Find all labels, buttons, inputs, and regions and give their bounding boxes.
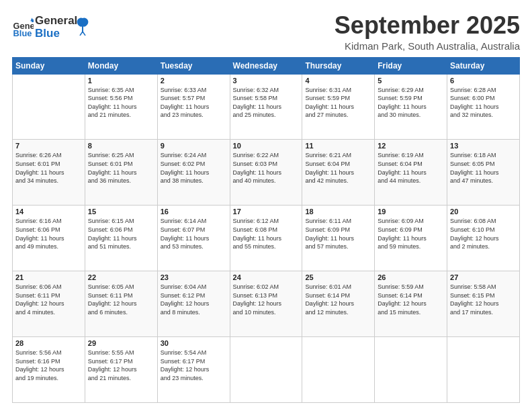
- table-row: 5Sunrise: 6:29 AM Sunset: 5:59 PM Daylig…: [375, 74, 447, 140]
- table-row: 21Sunrise: 6:06 AM Sunset: 6:11 PM Dayli…: [13, 271, 85, 337]
- table-row: 19Sunrise: 6:09 AM Sunset: 6:09 PM Dayli…: [375, 205, 447, 271]
- page: General Blue General Blue September 2025…: [0, 0, 532, 411]
- table-row: [13, 74, 85, 140]
- day-number: 4: [305, 77, 371, 85]
- table-row: 14Sunrise: 6:16 AM Sunset: 6:06 PM Dayli…: [13, 205, 85, 271]
- col-saturday: Saturday: [447, 57, 520, 74]
- day-info: Sunrise: 5:55 AM Sunset: 6:17 PM Dayligh…: [88, 349, 154, 382]
- day-number: 14: [15, 208, 82, 216]
- logo-bird-icon: [76, 17, 89, 36]
- table-row: 26Sunrise: 5:59 AM Sunset: 6:14 PM Dayli…: [375, 271, 447, 337]
- table-row: 22Sunrise: 6:05 AM Sunset: 6:11 PM Dayli…: [85, 271, 157, 337]
- table-row: 24Sunrise: 6:02 AM Sunset: 6:13 PM Dayli…: [230, 271, 302, 337]
- logo: General Blue General Blue: [12, 15, 89, 40]
- day-number: 1: [88, 77, 154, 85]
- table-row: 25Sunrise: 6:01 AM Sunset: 6:14 PM Dayli…: [302, 271, 375, 337]
- day-number: 5: [378, 77, 444, 85]
- logo-icon: General Blue: [12, 17, 34, 38]
- day-info: Sunrise: 6:11 AM Sunset: 6:09 PM Dayligh…: [305, 217, 371, 250]
- day-number: 19: [378, 208, 444, 216]
- day-info: Sunrise: 6:28 AM Sunset: 6:00 PM Dayligh…: [450, 86, 517, 120]
- table-row: 17Sunrise: 6:12 AM Sunset: 6:08 PM Dayli…: [230, 205, 302, 271]
- day-info: Sunrise: 6:12 AM Sunset: 6:08 PM Dayligh…: [233, 217, 300, 250]
- table-row: 7Sunrise: 6:26 AM Sunset: 6:01 PM Daylig…: [13, 140, 85, 205]
- day-number: 13: [450, 142, 517, 150]
- day-number: 6: [450, 77, 517, 85]
- table-row: 6Sunrise: 6:28 AM Sunset: 6:00 PM Daylig…: [447, 74, 520, 140]
- table-row: 4Sunrise: 6:31 AM Sunset: 5:59 PM Daylig…: [302, 74, 375, 140]
- day-number: 10: [233, 142, 300, 150]
- table-row: 12Sunrise: 6:19 AM Sunset: 6:04 PM Dayli…: [375, 140, 447, 205]
- table-row: 20Sunrise: 6:08 AM Sunset: 6:10 PM Dayli…: [447, 205, 520, 271]
- day-info: Sunrise: 6:09 AM Sunset: 6:09 PM Dayligh…: [378, 217, 444, 250]
- table-row: 18Sunrise: 6:11 AM Sunset: 6:09 PM Dayli…: [302, 205, 375, 271]
- day-info: Sunrise: 6:01 AM Sunset: 6:14 PM Dayligh…: [305, 283, 371, 316]
- logo-line2: Blue: [35, 28, 77, 40]
- table-row: 16Sunrise: 6:14 AM Sunset: 6:07 PM Dayli…: [157, 205, 230, 271]
- day-info: Sunrise: 6:26 AM Sunset: 6:01 PM Dayligh…: [15, 151, 82, 185]
- calendar-header-row: Sunday Monday Tuesday Wednesday Thursday…: [13, 57, 520, 74]
- table-row: 11Sunrise: 6:21 AM Sunset: 6:04 PM Dayli…: [302, 140, 375, 205]
- day-info: Sunrise: 6:35 AM Sunset: 5:56 PM Dayligh…: [88, 86, 154, 120]
- table-row: 27Sunrise: 5:58 AM Sunset: 6:15 PM Dayli…: [447, 271, 520, 337]
- table-row: 15Sunrise: 6:15 AM Sunset: 6:06 PM Dayli…: [85, 205, 157, 271]
- table-row: [230, 337, 302, 403]
- day-info: Sunrise: 6:06 AM Sunset: 6:11 PM Dayligh…: [15, 283, 82, 316]
- day-number: 2: [161, 77, 227, 85]
- col-monday: Monday: [85, 57, 157, 74]
- day-number: 15: [88, 208, 154, 216]
- col-tuesday: Tuesday: [157, 57, 230, 74]
- day-info: Sunrise: 6:31 AM Sunset: 5:59 PM Dayligh…: [305, 86, 371, 120]
- day-number: 20: [450, 208, 517, 216]
- calendar-table: Sunday Monday Tuesday Wednesday Thursday…: [12, 57, 520, 403]
- day-info: Sunrise: 6:05 AM Sunset: 6:11 PM Dayligh…: [88, 283, 154, 316]
- day-info: Sunrise: 6:33 AM Sunset: 5:57 PM Dayligh…: [161, 86, 227, 120]
- day-info: Sunrise: 5:58 AM Sunset: 6:15 PM Dayligh…: [450, 283, 517, 316]
- table-row: [447, 337, 520, 403]
- day-number: 12: [378, 142, 444, 150]
- day-number: 23: [161, 273, 227, 281]
- day-info: Sunrise: 6:25 AM Sunset: 6:01 PM Dayligh…: [88, 151, 154, 185]
- svg-text:Blue: Blue: [13, 28, 32, 38]
- day-number: 24: [233, 273, 300, 281]
- day-number: 3: [233, 77, 300, 85]
- day-info: Sunrise: 6:29 AM Sunset: 5:59 PM Dayligh…: [378, 86, 444, 120]
- day-info: Sunrise: 5:59 AM Sunset: 6:14 PM Dayligh…: [378, 283, 444, 316]
- table-row: 23Sunrise: 6:04 AM Sunset: 6:12 PM Dayli…: [157, 271, 230, 337]
- day-info: Sunrise: 6:14 AM Sunset: 6:07 PM Dayligh…: [161, 217, 227, 250]
- col-wednesday: Wednesday: [230, 57, 302, 74]
- day-info: Sunrise: 5:56 AM Sunset: 6:16 PM Dayligh…: [15, 349, 82, 382]
- logo-line1: General: [35, 15, 77, 28]
- day-number: 28: [15, 339, 82, 347]
- day-number: 11: [305, 142, 371, 150]
- day-info: Sunrise: 6:24 AM Sunset: 6:02 PM Dayligh…: [161, 151, 227, 185]
- table-row: 8Sunrise: 6:25 AM Sunset: 6:01 PM Daylig…: [85, 140, 157, 205]
- day-number: 9: [161, 142, 227, 150]
- day-info: Sunrise: 6:32 AM Sunset: 5:58 PM Dayligh…: [233, 86, 300, 120]
- day-info: Sunrise: 6:18 AM Sunset: 6:05 PM Dayligh…: [450, 151, 517, 185]
- table-row: 29Sunrise: 5:55 AM Sunset: 6:17 PM Dayli…: [85, 337, 157, 403]
- title-block: September 2025 Kidman Park, South Austra…: [335, 12, 520, 52]
- day-number: 26: [378, 273, 444, 281]
- table-row: 13Sunrise: 6:18 AM Sunset: 6:05 PM Dayli…: [447, 140, 520, 205]
- col-thursday: Thursday: [302, 57, 375, 74]
- month-title: September 2025: [335, 12, 520, 39]
- table-row: 2Sunrise: 6:33 AM Sunset: 5:57 PM Daylig…: [157, 74, 230, 140]
- day-number: 25: [305, 273, 371, 281]
- col-sunday: Sunday: [13, 57, 85, 74]
- header: General Blue General Blue September 2025…: [12, 12, 520, 52]
- day-info: Sunrise: 6:08 AM Sunset: 6:10 PM Dayligh…: [450, 217, 517, 250]
- day-number: 21: [15, 273, 82, 281]
- table-row: 30Sunrise: 5:54 AM Sunset: 6:17 PM Dayli…: [157, 337, 230, 403]
- day-number: 17: [233, 208, 300, 216]
- day-number: 22: [88, 273, 154, 281]
- day-info: Sunrise: 6:19 AM Sunset: 6:04 PM Dayligh…: [378, 151, 444, 185]
- location-title: Kidman Park, South Australia, Australia: [335, 40, 520, 52]
- day-info: Sunrise: 6:22 AM Sunset: 6:03 PM Dayligh…: [233, 151, 300, 185]
- day-info: Sunrise: 6:15 AM Sunset: 6:06 PM Dayligh…: [88, 217, 154, 250]
- day-info: Sunrise: 6:02 AM Sunset: 6:13 PM Dayligh…: [233, 283, 300, 316]
- day-info: Sunrise: 5:54 AM Sunset: 6:17 PM Dayligh…: [161, 349, 227, 382]
- table-row: 3Sunrise: 6:32 AM Sunset: 5:58 PM Daylig…: [230, 74, 302, 140]
- day-number: 18: [305, 208, 371, 216]
- table-row: [375, 337, 447, 403]
